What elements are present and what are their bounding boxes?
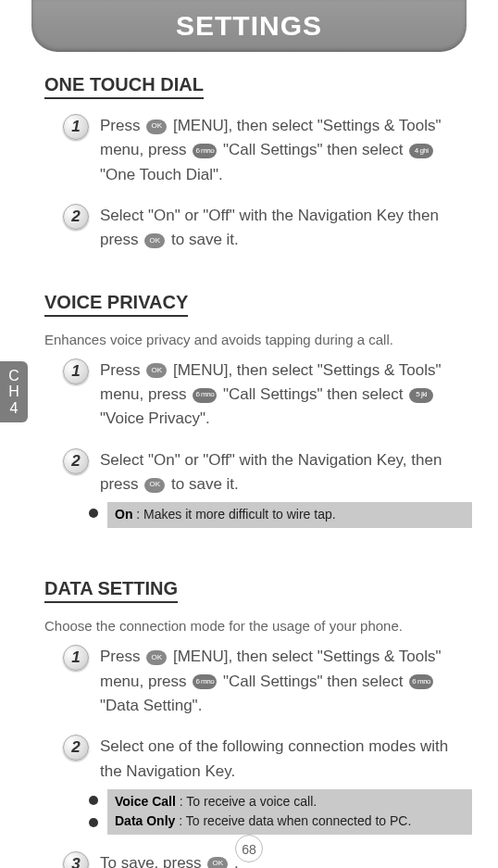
note-text: Voice Call : To receive a voice call.	[107, 789, 472, 811]
step-text: Select one of the following connection m…	[100, 735, 472, 784]
ok-key-icon: OK	[144, 478, 165, 493]
step-text: Select "On" or "Off" with the Navigation…	[100, 448, 472, 497]
ok-key-icon: OK	[207, 857, 228, 868]
key-4-icon: 4 ghi	[409, 144, 433, 158]
bullet-icon	[89, 509, 98, 518]
step-number: 2	[63, 448, 89, 474]
data-setting-note-data-only: Data Only : To receive data when connect…	[89, 811, 472, 835]
voice-privacy-note: On : Makes it more difficult to wire tap…	[89, 502, 472, 528]
chapter-tab-h: H	[8, 384, 19, 400]
chapter-tab: C H 4	[0, 361, 28, 422]
data-setting-desc: Choose the connection mode for the usage…	[44, 618, 472, 634]
voice-privacy-step-1: 1 Press OK [MENU], then select "Settings…	[63, 359, 472, 432]
note-text: On : Makes it more difficult to wire tap…	[107, 502, 472, 528]
bullet-icon	[89, 796, 98, 805]
step-number: 1	[63, 114, 89, 140]
key-6-icon: 6 mno	[193, 674, 217, 689]
page-content: ONE TOUCH DIAL 1 Press OK [MENU], then s…	[0, 52, 498, 868]
page-title: SETTINGS	[176, 10, 322, 42]
step-text: Press OK [MENU], then select "Settings &…	[100, 359, 472, 432]
step-number: 1	[63, 645, 89, 671]
ok-key-icon: OK	[146, 363, 167, 378]
step-number: 2	[63, 735, 89, 761]
page-header: SETTINGS	[31, 0, 467, 52]
step-text: Select "On" or "Off" with the Navigation…	[100, 204, 472, 253]
voice-privacy-step-2: 2 Select "On" or "Off" with the Navigati…	[63, 448, 472, 497]
page-number-value: 68	[235, 835, 263, 862]
step-text: Press OK [MENU], then select "Settings &…	[100, 114, 472, 187]
step-text: Press OK [MENU], then select "Settings &…	[100, 645, 472, 718]
page-number: 68	[235, 835, 263, 862]
key-6-icon: 6 mno	[193, 388, 217, 403]
data-setting-step-2: 2 Select one of the following connection…	[63, 735, 472, 784]
data-setting-step-1: 1 Press OK [MENU], then select "Settings…	[63, 645, 472, 718]
one-touch-step-1: 1 Press OK [MENU], then select "Settings…	[63, 114, 472, 187]
data-setting-step-3: 3 To save, press OK .	[63, 851, 472, 868]
key-6-icon: 6 mno	[193, 144, 217, 158]
step-number: 3	[63, 851, 89, 868]
step-text: To save, press OK .	[100, 851, 472, 868]
section-title-voice-privacy: VOICE PRIVACY	[44, 292, 188, 317]
voice-privacy-desc: Enhances voice privacy and avoids tappin…	[44, 332, 472, 347]
section-title-one-touch: ONE TOUCH DIAL	[44, 74, 204, 99]
ok-key-icon: OK	[146, 120, 167, 134]
step-number: 1	[63, 359, 89, 384]
ok-key-icon: OK	[144, 233, 165, 248]
bullet-icon	[89, 818, 98, 827]
key-5-icon: 5 jkl	[409, 388, 433, 403]
ok-key-icon: OK	[146, 650, 167, 665]
key-6-icon: 6 mno	[409, 674, 433, 689]
one-touch-step-2: 2 Select "On" or "Off" with the Navigati…	[63, 204, 472, 253]
note-text: Data Only : To receive data when connect…	[107, 811, 472, 835]
section-title-data-setting: DATA SETTING	[44, 578, 178, 603]
data-setting-note-voice-call: Voice Call : To receive a voice call.	[89, 789, 472, 811]
chapter-tab-num: 4	[10, 400, 19, 417]
step-number: 2	[63, 204, 89, 230]
chapter-tab-c: C	[8, 368, 19, 384]
